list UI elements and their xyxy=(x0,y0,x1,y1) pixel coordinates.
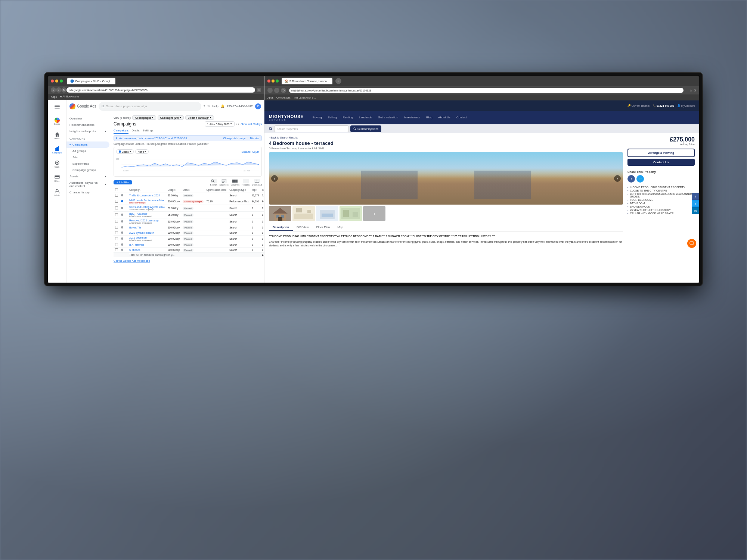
nav-landlords[interactable]: Landlords xyxy=(356,111,375,124)
ads-icon-goals[interactable]: Goals xyxy=(51,158,63,170)
tab-map[interactable]: Map xyxy=(334,224,347,231)
all-campaigns-dropdown[interactable]: All campaigns ▾ xyxy=(132,115,156,120)
sub-tab-campaigns[interactable]: Campaigns xyxy=(114,129,128,134)
change-date-btn[interactable]: Change date range xyxy=(223,137,246,140)
add-filter-btn[interactable]: + Add filter xyxy=(114,180,132,184)
thumbnail-4[interactable] xyxy=(340,206,362,221)
nav-campaigns[interactable]: ▾ Campaigns xyxy=(66,141,109,148)
forward-btn-left[interactable]: › xyxy=(56,87,61,93)
url-input-left[interactable]: ads.google.com/#/accountId=4491000189&ca… xyxy=(66,87,255,93)
nav-ads[interactable]: Ads xyxy=(66,154,109,161)
campaign-10-link[interactable]: S phones xyxy=(129,249,140,251)
prev-btn[interactable]: ‹ xyxy=(236,123,237,125)
campaign-6-link[interactable]: BuyingTile xyxy=(129,226,141,229)
back-link[interactable]: ‹ Back to Search Results xyxy=(269,136,623,139)
facebook-share-btn[interactable]: f xyxy=(627,175,635,183)
nav-contact[interactable]: Contact xyxy=(453,111,470,124)
thumbnail-3[interactable] xyxy=(316,206,338,221)
bookmark-lakes[interactable]: The Lakes with S... xyxy=(294,96,316,99)
url-input-right[interactable]: mightyhouse.co.uk/properties/bowerham-te… xyxy=(289,88,684,93)
thumbnail-more[interactable]: › xyxy=(363,206,385,221)
browser-tab-right[interactable]: 🏠 5 Bowerham Terrace, Lanca... xyxy=(282,78,332,84)
select-campaign-dropdown[interactable]: Select a campaign ▾ xyxy=(185,115,214,120)
col-status[interactable]: Status xyxy=(181,187,205,193)
tab-description[interactable]: Description xyxy=(269,224,293,231)
tab-floor-plan[interactable]: Floor Plan xyxy=(313,224,334,231)
nav-adgroups[interactable]: Ad groups xyxy=(66,148,109,154)
bookmark-star-right[interactable]: ☆ xyxy=(689,89,692,92)
col-budget[interactable]: Budget xyxy=(166,187,181,193)
new-tab-btn[interactable]: + xyxy=(335,78,341,84)
ads-search-bar[interactable]: Search for a page or campaign xyxy=(99,102,201,111)
next-btn[interactable]: › xyxy=(238,123,239,125)
extension-icon-right[interactable]: ⚙ xyxy=(694,89,696,92)
reports-btn[interactable]: Reports xyxy=(242,179,249,186)
campaign-3-link[interactable]: Sales and Letting Agents 2024 xyxy=(129,206,165,208)
nav-assets[interactable]: Assets ▾ xyxy=(66,173,109,180)
ads-icon-admin[interactable]: Admin xyxy=(51,186,63,198)
sub-tab-drafts[interactable]: Drafts xyxy=(131,129,139,134)
social-fb-btn[interactable]: f xyxy=(692,193,699,200)
col-campaign-type[interactable]: Campaign type xyxy=(228,187,250,193)
nav-blog[interactable]: Blog xyxy=(423,111,435,124)
phone-number[interactable]: 📞 01524 548 888 xyxy=(653,104,674,107)
col-clicks[interactable]: Clicks xyxy=(261,187,264,193)
search-properties-btn[interactable]: Search Properties xyxy=(350,125,381,132)
clicks-btn[interactable]: Clicks ▾ xyxy=(116,149,134,154)
ads-icon-billing[interactable]: Billing xyxy=(51,172,63,184)
refresh-btn-right[interactable]: ↻ xyxy=(281,88,286,93)
close-window-btn[interactable] xyxy=(51,80,54,83)
arrange-viewing-btn[interactable]: Arrange a Viewing xyxy=(627,149,695,157)
col-impr[interactable]: Impr. xyxy=(250,187,261,193)
property-main-image[interactable]: ‹ › xyxy=(269,152,623,205)
thumbnail-2[interactable] xyxy=(292,206,315,221)
search-table-btn[interactable]: Search xyxy=(210,179,217,186)
nav-selling[interactable]: Selling xyxy=(325,111,340,124)
close-right[interactable] xyxy=(267,80,270,83)
contact-us-btn[interactable]: Contact Us xyxy=(627,159,695,166)
ads-avatar[interactable]: P xyxy=(255,103,261,109)
ads-icon-campaigns[interactable]: Campaigns xyxy=(51,144,63,156)
show-last-btn[interactable]: Show last 30 days xyxy=(241,123,262,125)
campaign-5-link[interactable]: Removed 2022 campaign xyxy=(129,219,159,222)
nav-about[interactable]: About Us xyxy=(435,111,453,124)
dismiss-btn[interactable]: Dismiss xyxy=(250,137,260,140)
thumbnail-1[interactable] xyxy=(269,206,291,221)
back-btn-left[interactable]: ‹ xyxy=(51,87,56,93)
minimize-window-btn[interactable] xyxy=(55,80,58,83)
chat-btn[interactable] xyxy=(687,239,696,248)
campaign-4-link[interactable]: BBC - AdSense xyxy=(129,212,148,215)
twitter-share-btn[interactable]: 🐦 xyxy=(636,175,644,183)
image-next-btn[interactable]: › xyxy=(614,175,621,182)
campaign-7-link[interactable]: 2020 dynamic search xyxy=(129,231,154,234)
campaign-1-link[interactable]: Traffic & conversions 2024 xyxy=(129,194,160,197)
ads-icon-menu[interactable] xyxy=(51,101,63,113)
forward-btn-right[interactable]: › xyxy=(274,88,279,93)
campaign-8-link[interactable]: 2016 december xyxy=(129,236,148,239)
nav-valuation[interactable]: Get a valuation xyxy=(375,111,401,124)
campaigns-count-dropdown[interactable]: Campaigns (10) ▾ xyxy=(158,115,184,120)
ads-help-icon[interactable]: ? xyxy=(204,105,205,108)
ads-icon-google[interactable]: Google xyxy=(51,115,63,127)
ads-refresh-icon[interactable]: ↻ xyxy=(207,105,210,108)
maximize-window-btn[interactable] xyxy=(60,80,63,83)
get-app-link[interactable]: Get the Google Ads mobile app xyxy=(114,259,150,262)
ads-help-link[interactable]: Help xyxy=(212,105,218,108)
bookmark-btn-left[interactable]: ☆ xyxy=(257,88,261,92)
ads-icon-home[interactable]: Home xyxy=(51,130,63,141)
bookmark-apps-right[interactable]: Apps xyxy=(267,96,273,99)
image-prev-btn[interactable]: ‹ xyxy=(271,175,278,182)
download-btn[interactable]: Download xyxy=(252,179,262,186)
campaign-2-link[interactable]: MHE Leads Performance Max xyxy=(129,199,164,202)
browser-tab-left[interactable]: 🔵 Campaigns - MHE - Googl... xyxy=(67,78,115,84)
nav-experiments[interactable]: Experiments xyxy=(66,161,109,167)
min-right[interactable] xyxy=(272,80,275,83)
bookmark-all-left[interactable]: ★ All Bookmarks xyxy=(60,95,79,98)
nav-audiences[interactable]: Audiences, keywords and content ▾ xyxy=(66,180,109,189)
nav-buying[interactable]: Buying xyxy=(310,111,325,124)
col-opt-score[interactable]: Optimisation score xyxy=(205,187,228,193)
adjust-btn[interactable]: Adjust xyxy=(252,150,259,153)
expand-btn[interactable]: Expand xyxy=(242,150,251,153)
back-btn-right[interactable]: ‹ xyxy=(267,88,273,93)
segment-btn[interactable]: Segment xyxy=(220,179,229,186)
